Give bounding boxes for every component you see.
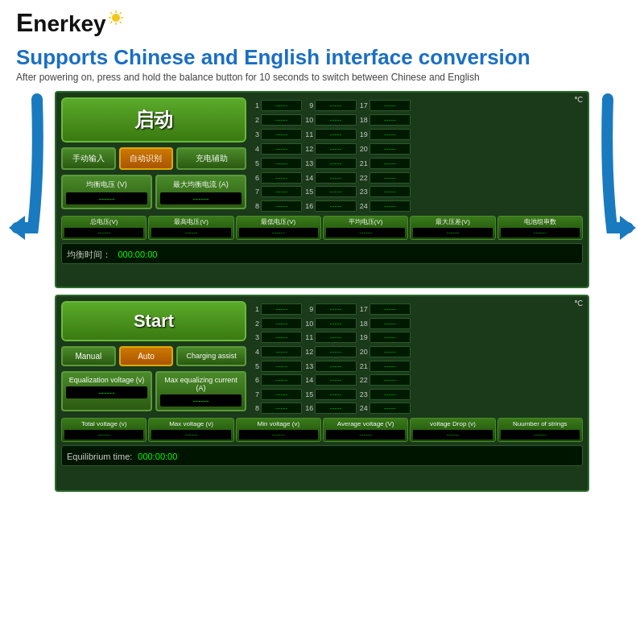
cell-value: ----- (261, 374, 302, 386)
chinese-start-button[interactable]: 启动 (61, 97, 246, 142)
english-auto-btn[interactable]: Auto (119, 346, 174, 366)
stat-box: Nuumber of strings------ (497, 418, 583, 442)
stat-label: Min voltage (v) (239, 420, 318, 428)
right-arrow (589, 91, 638, 268)
cell-number: 21 (358, 362, 368, 370)
cell-item: 2----- (250, 114, 302, 126)
cell-value: ----- (369, 361, 411, 372)
cell-value: ----- (369, 158, 411, 169)
cell-value: ----- (261, 114, 302, 126)
english-cell-grid: 1-----9-----17-----2-----10-----18-----3… (250, 301, 411, 415)
english-manual-btn[interactable]: Manual (61, 346, 116, 366)
chinese-charging-btn[interactable]: 充电辅助 (176, 147, 246, 170)
cell-value: ----- (315, 389, 356, 400)
chinese-temp: ℃ (574, 95, 583, 104)
english-equalization-label: Equalization voltage (v) (66, 376, 147, 384)
cell-value: ----- (261, 186, 302, 197)
cell-number: 17 (358, 101, 368, 109)
svg-line-6 (119, 21, 121, 23)
cell-item: 12----- (303, 142, 356, 155)
svg-line-7 (119, 12, 121, 14)
english-volt-row: Equalization voltage (v) ------ Max equa… (61, 371, 246, 411)
cell-value: ----- (261, 143, 302, 155)
english-stats-row: Total voltage (v)------Max voltage (v)--… (61, 418, 583, 442)
logo-sun-icon (108, 10, 124, 26)
stat-label: Total voltage (v) (64, 420, 143, 428)
cell-value: ----- (261, 100, 302, 111)
stat-value: ------ (413, 430, 492, 440)
cell-value: ----- (369, 318, 411, 329)
chinese-equalization-value: ------ (66, 192, 147, 204)
english-timer-row: Equilibrium time: 000:00:00 (61, 445, 583, 466)
chinese-equalization-box: 均衡电压 (V) ------ (61, 175, 152, 209)
cell-number: 23 (358, 188, 368, 196)
english-controls: Start Manual Auto Charging assist Equali… (61, 301, 246, 415)
cell-value: ----- (261, 158, 302, 169)
cell-item: 1----- (250, 303, 302, 316)
stat-value: ------ (151, 228, 230, 237)
cell-number: 2 (250, 116, 259, 124)
cell-number: 15 (303, 390, 313, 398)
english-charging-btn[interactable]: Charging assist (176, 346, 246, 366)
left-arrow (6, 91, 55, 268)
stat-value: ------ (326, 228, 405, 237)
cell-item: 7----- (250, 185, 302, 198)
cell-value: ----- (315, 186, 356, 197)
svg-marker-9 (9, 216, 25, 240)
chinese-maxcurrent-value: ------ (160, 192, 242, 204)
cell-number: 11 (303, 130, 313, 138)
english-mode-row: Manual Auto Charging assist (61, 346, 246, 366)
cell-item: 19----- (358, 128, 411, 141)
cell-value: ----- (369, 114, 411, 126)
chinese-manual-btn[interactable]: 手动输入 (61, 147, 116, 170)
cell-number: 19 (358, 333, 368, 341)
cell-number: 19 (358, 130, 368, 138)
stat-label: voltage Drop (v) (413, 420, 492, 428)
cell-item: 17----- (358, 303, 411, 316)
stat-label: 最大压差(V) (413, 218, 492, 226)
chinese-controls: 启动 手动输入 自动识别 充电辅助 均衡电压 (V) ------ (61, 97, 246, 213)
cell-number: 3 (250, 333, 259, 341)
chinese-auto-btn[interactable]: 自动识别 (119, 147, 174, 170)
chinese-timer-row: 均衡时间： 000:00:00 (61, 243, 583, 264)
cell-item: 24----- (358, 402, 411, 415)
stat-value: ------ (151, 430, 230, 440)
cell-value: ----- (315, 143, 356, 155)
cell-value: ----- (315, 114, 356, 126)
cell-number: 7 (250, 390, 259, 398)
cell-number: 1 (250, 305, 259, 313)
cell-value: ----- (369, 186, 411, 197)
cell-value: ----- (315, 361, 356, 372)
logo: Enerkey (16, 8, 124, 38)
cell-number: 11 (303, 333, 313, 341)
cell-value: ----- (369, 389, 411, 400)
chinese-panel: ℃ 启动 手动输入 自动识别 充电辅助 (55, 91, 589, 288)
cell-item: 16----- (303, 200, 356, 213)
page-container: Enerkey Supports Chinese and English int… (0, 0, 644, 644)
cell-number: 2 (250, 320, 259, 328)
svg-point-0 (112, 14, 120, 22)
cell-number: 23 (358, 390, 368, 398)
cell-value: ----- (369, 129, 411, 140)
cell-value: ----- (369, 172, 411, 184)
stat-value: ------ (64, 430, 143, 440)
cell-item: 11----- (303, 331, 356, 344)
english-temp: ℃ (574, 299, 583, 308)
cell-number: 16 (303, 404, 313, 412)
cell-value: ----- (315, 346, 356, 357)
right-arrow-icon (592, 91, 636, 268)
cell-value: ----- (261, 389, 302, 400)
cell-number: 6 (250, 174, 259, 182)
chinese-volt-row: 均衡电压 (V) ------ 最大均衡电流 (A) ------ (61, 175, 246, 209)
english-equalization-value: ------ (66, 386, 147, 398)
cell-item: 15----- (303, 185, 356, 198)
cell-number: 13 (303, 159, 313, 167)
cell-number: 5 (250, 362, 259, 370)
cell-item: 9----- (303, 303, 356, 316)
cell-item: 5----- (250, 157, 302, 170)
cell-value: ----- (315, 172, 356, 184)
cell-number: 4 (250, 348, 259, 356)
english-maxcurrent-label: Max equalizing current (A) (160, 376, 242, 392)
english-start-button[interactable]: Start (61, 301, 246, 341)
cell-item: 10----- (303, 317, 356, 330)
